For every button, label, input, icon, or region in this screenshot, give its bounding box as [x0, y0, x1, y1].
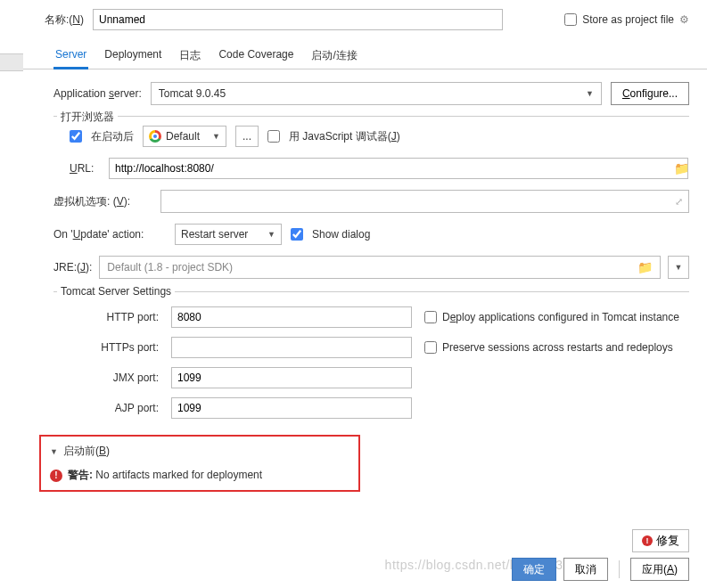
after-launch-checkbox[interactable]: [70, 130, 82, 143]
chrome-icon: [149, 130, 161, 143]
preserve-sessions-label: Preserve sessions across restarts and re…: [442, 341, 673, 354]
app-server-select[interactable]: Tomcat 9.0.45 ▼: [151, 82, 602, 105]
jre-select[interactable]: Default (1.8 - project SDK) 📁: [99, 256, 661, 279]
tab-coverage[interactable]: Code Coverage: [217, 45, 295, 69]
tab-deployment[interactable]: Deployment: [103, 45, 163, 69]
tab-logs[interactable]: 日志: [177, 45, 202, 69]
deploy-tomcat-label: Deploy applications configured in Tomcat…: [442, 311, 679, 323]
https-port-input[interactable]: [171, 337, 412, 358]
deploy-tomcat-checkbox[interactable]: [424, 311, 437, 323]
update-action-select[interactable]: Restart server ▼: [175, 224, 282, 245]
fix-button[interactable]: ! 修复: [632, 529, 689, 552]
name-input[interactable]: [93, 9, 503, 30]
tomcat-settings-title: Tomcat Server Settings: [57, 285, 175, 298]
show-dialog-label: Show dialog: [312, 228, 370, 241]
error-icon: !: [642, 535, 653, 546]
url-input[interactable]: [109, 158, 688, 179]
preserve-sessions-checkbox[interactable]: [424, 341, 437, 354]
jre-label: JRE:(J):: [53, 261, 92, 274]
name-label: 名称:(N): [45, 12, 84, 28]
cancel-button[interactable]: 取消: [563, 558, 608, 581]
show-dialog-checkbox[interactable]: [291, 228, 303, 241]
before-launch-toggle[interactable]: ▼ 启动前(B): [50, 444, 349, 459]
apply-button[interactable]: 应用(A): [630, 558, 689, 581]
chevron-down-icon: ▼: [267, 230, 275, 239]
error-icon: !: [50, 470, 62, 482]
app-server-label: Application server:: [53, 87, 142, 100]
http-port-label: HTTP port:: [70, 311, 159, 323]
https-port-label: HTTPs port:: [70, 341, 159, 354]
jmx-port-label: JMX port:: [70, 372, 159, 384]
browser-select[interactable]: Default ▼: [143, 126, 226, 147]
url-label: URL:: [70, 162, 100, 175]
warning-box: ▼ 启动前(B) ! 警告: No artifacts marked for d…: [39, 435, 360, 492]
store-checkbox[interactable]: [564, 13, 577, 26]
js-debugger-label: 用 JavaScript 调试器(J): [289, 129, 400, 144]
tab-startup[interactable]: 启动/连接: [309, 45, 358, 69]
warning-text: 警告: No artifacts marked for deployment: [68, 468, 262, 483]
js-debugger-checkbox[interactable]: [267, 130, 280, 143]
jmx-port-input[interactable]: [171, 367, 412, 388]
ajp-port-input[interactable]: [171, 397, 412, 419]
configure-button[interactable]: Configure...: [611, 82, 689, 105]
chevron-down-icon: ▼: [586, 89, 594, 98]
folder-icon[interactable]: 📁: [637, 260, 653, 274]
browser-more-button[interactable]: ...: [235, 126, 259, 147]
jre-dropdown-button[interactable]: ▼: [668, 256, 689, 279]
vm-options-label: 虚拟机选项: (V):: [53, 194, 152, 209]
http-port-input[interactable]: [171, 306, 412, 328]
triangle-down-icon: ▼: [50, 447, 58, 456]
expand-icon[interactable]: ⤢: [675, 196, 683, 208]
tab-server[interactable]: Server: [53, 45, 88, 69]
browser-group-title: 打开浏览器: [57, 110, 118, 125]
ok-button[interactable]: 确定: [512, 558, 556, 581]
gear-icon[interactable]: ⚙: [679, 13, 689, 26]
vm-options-input[interactable]: ⤢: [160, 190, 689, 213]
update-action-label: On 'Update' action:: [53, 228, 166, 241]
tab-bar: Server Deployment 日志 Code Coverage 启动/连接: [0, 37, 707, 69]
side-panel-stub: [0, 53, 23, 71]
ajp-port-label: AJP port:: [70, 402, 159, 414]
after-launch-label: 在启动后: [91, 129, 134, 144]
folder-icon[interactable]: 📁: [674, 161, 689, 176]
store-label: Store as project file: [582, 13, 674, 26]
chevron-down-icon: ▼: [212, 132, 220, 141]
